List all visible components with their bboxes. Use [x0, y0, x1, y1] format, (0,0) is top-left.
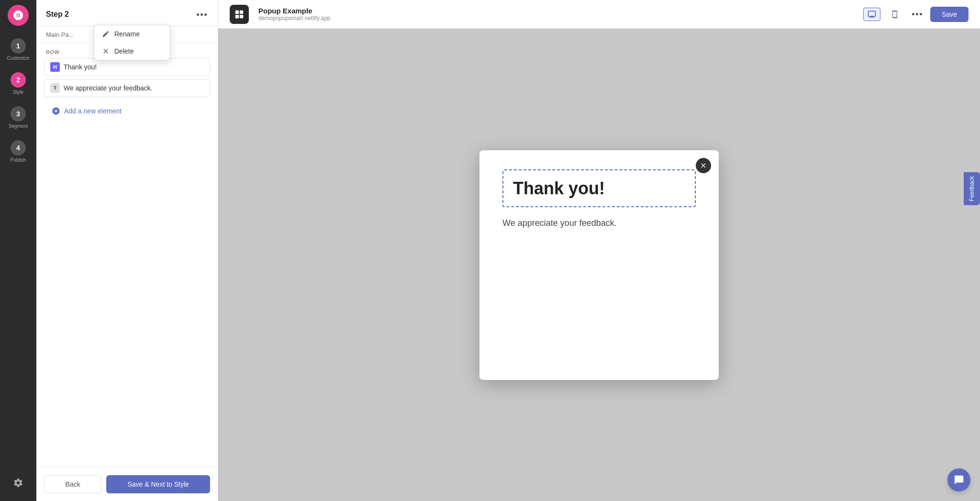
- svg-rect-0: [235, 10, 239, 13]
- context-delete[interactable]: Delete: [94, 43, 170, 60]
- add-element-button[interactable]: Add a new element: [44, 102, 210, 120]
- main-area: Popup Example demopopupsmart.netlify.app…: [218, 0, 980, 501]
- context-menu: Rename Delete: [94, 25, 170, 60]
- settings-button[interactable]: [10, 474, 27, 491]
- step-label-publish: Publish: [11, 157, 26, 163]
- panel-header: Step 2: [36, 0, 218, 26]
- popup-body-text: We appreciate your feedback.: [502, 217, 696, 230]
- step-circle-1: 1: [11, 38, 26, 54]
- save-button[interactable]: Save: [930, 7, 969, 22]
- app-title: Popup Example: [258, 7, 331, 15]
- panel-menu-button[interactable]: [195, 8, 208, 21]
- app-info: Popup Example demopopupsmart.netlify.app: [258, 7, 331, 22]
- mobile-device-button[interactable]: [886, 8, 903, 21]
- sidebar: 1 Customize 2 Style 3 Segment 4 Publish: [0, 0, 36, 501]
- text-type-badge: T: [50, 83, 60, 93]
- heading-type-badge: H: [50, 62, 60, 72]
- editor-panel: Step 2 Rename Delete Main Pa... ROW H Th…: [36, 0, 218, 501]
- svg-rect-2: [235, 14, 239, 18]
- preview-canvas: Thank you! We appreciate your feedback. …: [218, 29, 980, 501]
- panel-footer: Back Save & Next to Style: [36, 467, 218, 501]
- feedback-tab[interactable]: Feedback: [964, 172, 980, 205]
- rename-label: Rename: [114, 30, 140, 38]
- app-icon: [230, 5, 249, 24]
- chat-bubble-button[interactable]: [947, 468, 970, 491]
- main-toolbar: Popup Example demopopupsmart.netlify.app…: [218, 0, 980, 29]
- popup-heading-box: Thank you!: [502, 169, 696, 207]
- text-row-text: We appreciate your feedback.: [64, 84, 153, 92]
- heading-row-text: Thank you!: [64, 63, 97, 71]
- svg-rect-3: [240, 14, 243, 18]
- sidebar-item-segment[interactable]: 3 Segment: [4, 103, 33, 132]
- app-subtitle: demopopupsmart.netlify.app: [258, 15, 331, 22]
- app-logo[interactable]: [8, 5, 29, 26]
- step-circle-3: 3: [11, 106, 26, 122]
- more-options-button[interactable]: [909, 8, 924, 21]
- sidebar-item-publish[interactable]: 4 Publish: [4, 137, 33, 166]
- step-circle-2: 2: [11, 72, 26, 88]
- step-label-style: Style: [13, 89, 23, 95]
- more-dots-icon: [912, 13, 922, 15]
- sidebar-item-customize[interactable]: 1 Customize: [4, 35, 33, 64]
- popup-modal: Thank you! We appreciate your feedback.: [479, 150, 719, 380]
- add-element-label: Add a new element: [64, 107, 122, 115]
- row-item-text[interactable]: T We appreciate your feedback.: [44, 79, 210, 97]
- three-dots-icon: [197, 13, 207, 16]
- step-label-segment: Segment: [9, 123, 28, 129]
- save-next-button[interactable]: Save & Next to Style: [106, 475, 210, 493]
- desktop-device-button[interactable]: [863, 8, 880, 21]
- popup-close-button[interactable]: [696, 158, 711, 173]
- step-circle-4: 4: [11, 140, 26, 156]
- svg-rect-1: [240, 10, 243, 13]
- sidebar-item-style[interactable]: 2 Style: [4, 69, 33, 98]
- context-rename[interactable]: Rename: [94, 25, 170, 43]
- back-button[interactable]: Back: [44, 475, 101, 493]
- delete-label: Delete: [114, 47, 134, 55]
- row-item-heading[interactable]: H Thank you!: [44, 58, 210, 76]
- panel-title: Step 2: [46, 10, 69, 19]
- step-label-customize: Customize: [7, 56, 29, 61]
- popup-heading: Thank you!: [513, 178, 685, 199]
